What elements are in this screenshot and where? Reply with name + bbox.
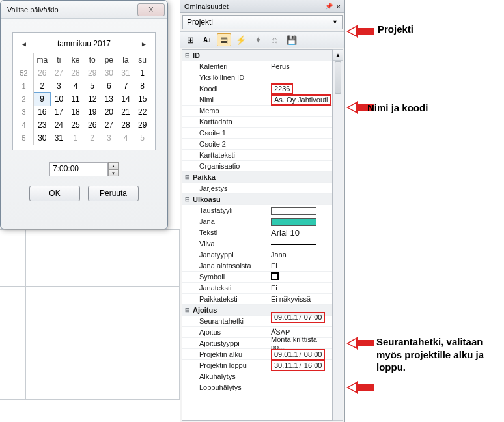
properties-icon[interactable]: ▤ bbox=[217, 33, 231, 46]
properties-title: Ominaisuudet bbox=[184, 3, 229, 10]
calendar-day[interactable]: 18 bbox=[67, 106, 84, 119]
property-grid: ⊟ID KalenteriPerus Yksilöllinen ID Koodi… bbox=[182, 49, 333, 421]
prop-value[interactable]: Ei näkyvissä bbox=[268, 295, 332, 303]
dialog-titlebar[interactable]: Valitse päivä/klo X bbox=[1, 1, 167, 19]
calendar-day[interactable]: 24 bbox=[51, 119, 68, 132]
panel-close-icon[interactable]: × bbox=[337, 3, 341, 10]
group-id: ID bbox=[193, 51, 268, 59]
calendar-day[interactable]: 2 bbox=[84, 132, 101, 145]
calendar-day[interactable]: 26 bbox=[84, 119, 101, 132]
calendar-week-number: 5 bbox=[17, 132, 34, 145]
time-spin-up[interactable]: ▲ bbox=[108, 162, 119, 169]
lightning-icon[interactable]: ⚡ bbox=[234, 33, 248, 46]
calendar-day[interactable]: 30 bbox=[100, 66, 117, 79]
save-icon[interactable]: 💾 bbox=[285, 33, 299, 46]
calendar-day[interactable]: 23 bbox=[34, 119, 51, 132]
calendar-day[interactable]: 31 bbox=[117, 66, 134, 79]
calendar-day[interactable]: 26 bbox=[34, 66, 51, 79]
tool-icon-1[interactable]: ✦ bbox=[251, 33, 265, 46]
cancel-button[interactable]: Peruuta bbox=[88, 186, 139, 201]
collapse-icon[interactable]: ⊟ bbox=[182, 196, 193, 203]
calendar-day[interactable]: 29 bbox=[84, 66, 101, 79]
calendar-day[interactable]: 22 bbox=[134, 106, 151, 119]
calendar-day[interactable]: 25 bbox=[67, 119, 84, 132]
prev-month-button[interactable]: ◄ bbox=[20, 40, 29, 48]
time-spin-down[interactable]: ▼ bbox=[108, 169, 119, 176]
calendar-week-number: 4 bbox=[17, 119, 34, 132]
prop-label: Loppuhälytys bbox=[193, 384, 268, 391]
calendar-day[interactable]: 1 bbox=[134, 66, 151, 79]
prop-value[interactable]: Jana bbox=[268, 251, 332, 259]
calendar-day[interactable]: 5 bbox=[84, 79, 101, 92]
prop-value[interactable] bbox=[268, 206, 332, 214]
calendar-day[interactable]: 3 bbox=[100, 132, 117, 145]
calendar-day[interactable]: 30 bbox=[34, 132, 51, 145]
scrollbar[interactable]: ▲ bbox=[333, 49, 343, 421]
properties-titlebar: Ominaisuudet 📌 × bbox=[180, 0, 344, 13]
calendar-day[interactable]: 2 bbox=[34, 79, 51, 92]
calendar-day[interactable]: 12 bbox=[84, 92, 101, 106]
prop-value[interactable] bbox=[268, 217, 332, 225]
calendar-day[interactable]: 27 bbox=[51, 66, 68, 79]
calendar-day[interactable]: 31 bbox=[51, 132, 68, 145]
calendar-day[interactable]: 27 bbox=[100, 119, 117, 132]
calendar-week-number: 52 bbox=[17, 66, 34, 79]
calendar-day[interactable]: 4 bbox=[67, 79, 84, 92]
pin-icon[interactable]: 📌 bbox=[325, 3, 333, 10]
calendar-month-label[interactable]: tammikuu 2017 bbox=[57, 39, 111, 48]
ok-button[interactable]: OK bbox=[29, 186, 80, 201]
calendar-dow: pe bbox=[100, 53, 117, 66]
prop-label: Jana bbox=[193, 218, 268, 225]
prop-value-koodi[interactable]: 2236 bbox=[268, 83, 332, 94]
next-month-button[interactable]: ► bbox=[139, 40, 148, 48]
prop-label: Viiva bbox=[193, 240, 268, 247]
tool-icon-2[interactable]: ⎌ bbox=[268, 33, 282, 46]
calendar-day[interactable]: 15 bbox=[134, 92, 151, 106]
close-button[interactable]: X bbox=[137, 3, 165, 16]
calendar: ◄ tammikuu 2017 ► matiketopelasu 5226272… bbox=[12, 32, 156, 150]
collapse-icon[interactable]: ⊟ bbox=[182, 174, 193, 180]
calendar-day[interactable]: 8 bbox=[134, 79, 151, 92]
categorize-icon[interactable]: ⊞ bbox=[183, 33, 197, 46]
calendar-day[interactable]: 13 bbox=[100, 92, 117, 106]
scroll-up-button[interactable]: ▲ bbox=[333, 50, 343, 61]
properties-panel: Ominaisuudet 📌 × Projekti ▼ ⊞ A↓ ▤ ⚡ ✦ ⎌… bbox=[180, 0, 345, 422]
prop-value-projektinalku[interactable]: 09.01.17 08:00 bbox=[268, 349, 332, 360]
prop-label: Janateksti bbox=[193, 284, 268, 292]
calendar-day[interactable]: 20 bbox=[100, 106, 117, 119]
calendar-day[interactable]: 17 bbox=[51, 106, 68, 119]
calendar-day[interactable]: 3 bbox=[51, 79, 68, 92]
prop-value[interactable] bbox=[268, 272, 332, 281]
calendar-day[interactable]: 28 bbox=[67, 66, 84, 79]
sort-az-icon[interactable]: A↓ bbox=[200, 33, 214, 46]
calendar-day[interactable]: 9 bbox=[34, 92, 51, 106]
calendar-day[interactable]: 16 bbox=[34, 106, 51, 119]
prop-label: Janatyyppi bbox=[193, 251, 268, 259]
prop-value[interactable]: Perus bbox=[268, 63, 332, 70]
calendar-dow: ke bbox=[67, 53, 84, 66]
calendar-day[interactable]: 19 bbox=[84, 106, 101, 119]
calendar-day[interactable]: 29 bbox=[134, 119, 151, 132]
calendar-day[interactable]: 5 bbox=[134, 132, 151, 145]
calendar-day[interactable]: 10 bbox=[51, 92, 68, 106]
collapse-icon[interactable]: ⊟ bbox=[182, 52, 193, 59]
calendar-day[interactable]: 6 bbox=[100, 79, 117, 92]
calendar-day[interactable]: 4 bbox=[117, 132, 134, 145]
calendar-day[interactable]: 21 bbox=[117, 106, 134, 119]
calendar-day[interactable]: 7 bbox=[117, 79, 134, 92]
calendar-day[interactable]: 14 bbox=[117, 92, 134, 106]
prop-value-projektinloppu[interactable]: 30.11.17 16:00 bbox=[268, 360, 332, 371]
prop-label: Memo bbox=[193, 107, 268, 115]
project-dropdown[interactable]: Projekti ▼ bbox=[182, 15, 343, 29]
prop-value[interactable] bbox=[268, 240, 332, 247]
calendar-day[interactable]: 1 bbox=[67, 132, 84, 145]
calendar-day[interactable]: 11 bbox=[67, 92, 84, 106]
calendar-day[interactable]: 28 bbox=[117, 119, 134, 132]
prop-value[interactable]: Ei bbox=[268, 262, 332, 270]
scroll-thumb[interactable] bbox=[335, 61, 341, 94]
time-input[interactable]: 7:00:00 bbox=[49, 162, 108, 176]
prop-value[interactable]: Ei bbox=[268, 284, 332, 292]
prop-value-nimi[interactable]: As. Oy Jahtivouti bbox=[268, 94, 332, 106]
prop-value[interactable]: Arial 10 bbox=[268, 228, 332, 238]
collapse-icon[interactable]: ⊟ bbox=[182, 307, 193, 313]
